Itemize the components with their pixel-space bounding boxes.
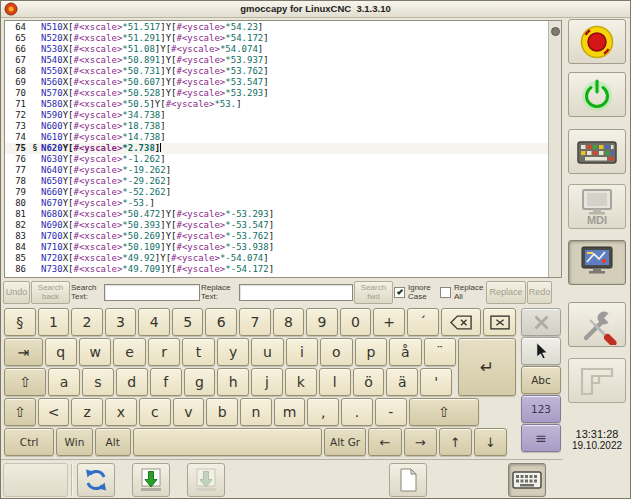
key-umlaut[interactable]: ¨ (424, 338, 456, 366)
abc-key[interactable]: Abc (521, 366, 561, 394)
scrollbar-thumb[interactable] (551, 27, 560, 36)
key-e[interactable]: e (113, 338, 145, 366)
key-s[interactable]: s (82, 368, 114, 396)
enter-key[interactable]: ↵ (458, 338, 516, 396)
gcode-editor[interactable]: 64N510X[#<xscale>*51.517]Y[#<yscale>*54.… (4, 20, 562, 278)
gcode-line-66[interactable]: 66N530X[#<xscale>*51.08]Y[#<yscale>*54.0… (5, 44, 548, 55)
key-7[interactable]: 7 (239, 308, 271, 336)
key-apostrophe[interactable]: ' (420, 368, 452, 396)
gcode-line-64[interactable]: 64N510X[#<xscale>*51.517]Y[#<yscale>*54.… (5, 22, 548, 33)
key-n[interactable]: n (240, 398, 272, 426)
key-period[interactable]: . (341, 398, 373, 426)
win-key[interactable]: Win (56, 428, 92, 456)
toolbar-spacer-button[interactable] (3, 463, 68, 497)
shift-right-key[interactable]: ⇧ (409, 398, 479, 426)
mdi-button[interactable]: MDI (568, 184, 626, 229)
new-file-button[interactable] (389, 463, 427, 497)
gcode-line-79[interactable]: 79N660Y[#<yscale>*-52.262] (5, 187, 548, 198)
key-v[interactable]: v (173, 398, 205, 426)
key-less-than[interactable]: < (38, 398, 70, 426)
gcode-line-68[interactable]: 68N550X[#<xscale>*50.731]Y[#<yscale>*53.… (5, 66, 548, 77)
arrow-up-key[interactable]: ↑ (439, 428, 472, 456)
shift-left-key[interactable]: ⇧ (4, 398, 36, 426)
key-p[interactable]: p (355, 338, 387, 366)
settings-button[interactable] (568, 302, 626, 347)
replace-all-checkbox-box[interactable] (440, 287, 451, 298)
gcode-line-67[interactable]: 67N540X[#<xscale>*50.891]Y[#<yscale>*53.… (5, 55, 548, 66)
key-5[interactable]: 5 (172, 308, 204, 336)
key-u[interactable]: u (251, 338, 283, 366)
key-t[interactable]: t (182, 338, 214, 366)
gcode-line-76[interactable]: 76N630Y[#<yscale>*-1.262] (5, 154, 548, 165)
replace-button[interactable]: Replace (486, 281, 526, 304)
gcode-line-65[interactable]: 65N520X[#<xscale>*51.291]Y[#<yscale>*54.… (5, 33, 548, 44)
altgr-key[interactable]: Alt Gr (324, 428, 367, 456)
undo-button[interactable]: Undo (3, 281, 30, 304)
gcode-line-71[interactable]: 71N580X[#<xscale>*50.5]Y[#<yscale>*53.] (5, 99, 548, 110)
key-c[interactable]: c (139, 398, 171, 426)
estop-button[interactable] (568, 19, 626, 64)
gcode-line-83[interactable]: 83N700X[#<xscale>*50.269]Y[#<yscale>*-53… (5, 231, 548, 242)
gcode-line-85[interactable]: 85N720X[#<xscale>*49.92]Y[#<yscale>*-54.… (5, 253, 548, 264)
ignore-case-checkbox[interactable]: Ignore Case (394, 284, 439, 301)
gcode-line-86[interactable]: 86N730X[#<xscale>*49.709]Y[#<yscale>*-54… (5, 264, 548, 275)
key-q[interactable]: q (45, 338, 77, 366)
editor-scrollbar[interactable] (548, 21, 561, 277)
ctrl-key[interactable]: Ctrl (4, 428, 54, 456)
key-b[interactable]: b (206, 398, 238, 426)
caps-key[interactable]: ⇧ (4, 368, 46, 396)
gcode-line-72[interactable]: 72N590Y[#<yscale>*34.738] (5, 110, 548, 121)
key-x[interactable]: x (105, 398, 137, 426)
key-å[interactable]: å (389, 338, 421, 366)
search-forward-button[interactable]: Search fwd (354, 281, 393, 304)
arrow-right-key[interactable]: → (404, 428, 437, 456)
key-g[interactable]: g (184, 368, 216, 396)
menu-key[interactable]: ≡ (521, 424, 561, 452)
pointer-key[interactable] (521, 337, 561, 365)
gcode-line-82[interactable]: 82N690X[#<xscale>*50.393]Y[#<yscale>*-53… (5, 220, 548, 231)
save-as-button[interactable] (187, 463, 225, 497)
ignore-case-checkbox-box[interactable] (394, 287, 405, 298)
search-text-input[interactable] (104, 284, 200, 301)
numeric-layout-key[interactable]: 123 (521, 395, 561, 423)
reload-button[interactable] (77, 463, 115, 497)
tab-key[interactable]: ⇥ (4, 338, 43, 366)
tool-measurement-button[interactable] (568, 358, 626, 403)
key-y[interactable]: y (217, 338, 249, 366)
key-k[interactable]: k (285, 368, 317, 396)
delete-key[interactable] (483, 308, 516, 336)
redo-button[interactable]: Redo (527, 281, 552, 304)
key-plus[interactable]: + (373, 308, 405, 336)
gcode-line-84[interactable]: 84N710X[#<xscale>*50.109]Y[#<yscale>*-53… (5, 242, 548, 253)
key-acute[interactable]: ´ (407, 308, 439, 336)
gcode-line-70[interactable]: 70N570X[#<xscale>*50.528]Y[#<yscale>*53.… (5, 88, 548, 99)
gcode-line-69[interactable]: 69N560X[#<xscale>*50.607]Y[#<yscale>*53.… (5, 77, 548, 88)
gcode-line-78[interactable]: 78N650Y[#<yscale>*-29.262] (5, 176, 548, 187)
key-h[interactable]: h (217, 368, 249, 396)
key-r[interactable]: r (148, 338, 180, 366)
key-d[interactable]: d (116, 368, 148, 396)
key-2[interactable]: 2 (71, 308, 103, 336)
alt-key[interactable]: Alt (95, 428, 131, 456)
key-m[interactable]: m (274, 398, 306, 426)
key-4[interactable]: 4 (138, 308, 170, 336)
key-z[interactable]: z (71, 398, 103, 426)
key-l[interactable]: l (319, 368, 351, 396)
key-9[interactable]: 9 (306, 308, 338, 336)
key-0[interactable]: 0 (340, 308, 372, 336)
key-f[interactable]: f (150, 368, 182, 396)
key-ö[interactable]: ö (353, 368, 385, 396)
save-button[interactable] (132, 463, 170, 497)
backspace-key[interactable] (441, 308, 481, 336)
key-w[interactable]: w (79, 338, 111, 366)
arrow-left-key[interactable]: ← (368, 428, 401, 456)
graphics-button[interactable] (568, 240, 626, 285)
key-i[interactable]: i (286, 338, 318, 366)
key-comma[interactable]: , (307, 398, 339, 426)
arrow-down-key[interactable]: ↓ (474, 428, 507, 456)
key-minus[interactable]: - (375, 398, 407, 426)
key-o[interactable]: o (320, 338, 352, 366)
replace-all-checkbox[interactable]: Replace All (440, 284, 485, 301)
keyboard-button[interactable] (568, 129, 626, 174)
key-ä[interactable]: ä (386, 368, 418, 396)
